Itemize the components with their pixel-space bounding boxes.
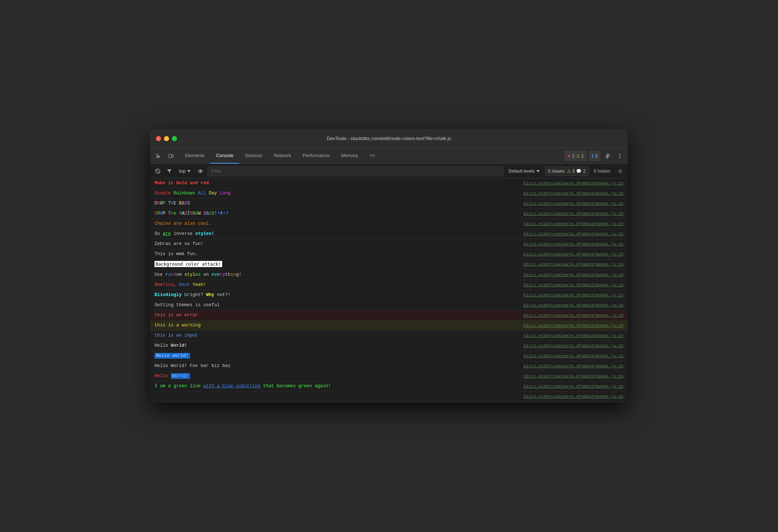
tab-elements[interactable]: Elements — [179, 148, 210, 164]
maximize-button[interactable] — [172, 136, 177, 141]
tab-sources[interactable]: Sources — [239, 148, 268, 164]
log-source[interactable]: blitz.e1937cc6e2ee7e…3f4063378a564.js:15 — [524, 293, 623, 297]
filter-input[interactable] — [207, 166, 503, 176]
log-source[interactable]: blitz.e1937cc6e2ee7e…3f4063378a564.js:15 — [524, 364, 623, 368]
issues-warning-icon: ⚠ — [567, 169, 571, 174]
top-context-dropdown[interactable]: top — [176, 167, 194, 175]
log-source[interactable]: blitz.e1937cc6e2ee7e…3f4063378a564.js:15 — [524, 333, 623, 338]
issues-msg-count: 2 — [583, 169, 585, 174]
log-row: DRØP The ЯADĪNBØW BΔSSʕ•ᴥ•ʔ blitz.e1937c… — [150, 209, 628, 219]
log-row: This is not fun. blitz.e1937cc6e2ee7e…3f… — [150, 249, 628, 259]
log-message: Hello world! — [155, 352, 518, 359]
log-source[interactable]: blitz.e1937cc6e2ee7e…3f4063378a564.js:15 — [524, 384, 623, 389]
tab-memory[interactable]: Memory — [335, 148, 364, 164]
log-row: Background color attack! blitz.e1937cc6e… — [150, 259, 628, 270]
log-message: I am a green line with a blue substring … — [155, 383, 518, 390]
log-row: Make it bold and red blitz.e1937cc6e2ee7… — [150, 178, 628, 189]
log-source[interactable]: blitz.e1937cc6e2ee7e…3f4063378a564.js:15 — [524, 343, 623, 348]
tab-console[interactable]: Console — [210, 148, 239, 164]
hidden-count[interactable]: 6 hidden — [591, 168, 613, 174]
settings-icon[interactable] — [602, 151, 613, 161]
log-source[interactable]: blitz.e1937cc6e2ee7e…3f4063378a564.js:15 — [524, 394, 623, 399]
info-badge-group[interactable]: ℹ 3 — [589, 151, 600, 161]
warning-icon: ⚠ — [576, 153, 580, 159]
log-message: DRØP THE BΔSS — [155, 200, 518, 207]
log-message: this is an error — [155, 312, 518, 319]
eye-icon-button[interactable] — [196, 166, 205, 176]
log-source[interactable]: blitz.e1937cc6e2ee7e…3f4063378a564.js:15 — [524, 273, 623, 277]
log-row: Hello World! Foo bar biz baz blitz.e1937… — [150, 361, 628, 371]
minimize-button[interactable] — [164, 136, 169, 141]
filter-toggle-button[interactable] — [165, 166, 174, 176]
log-message: America, Heck Yeah! — [155, 282, 518, 288]
log-row: DRØP THE BΔSS blitz.e1937cc6e2ee7e…3f406… — [150, 199, 628, 209]
log-message: Use random styles on everything! — [155, 271, 518, 278]
log-message: Hello World! Foo bar biz baz — [155, 363, 518, 370]
log-source[interactable]: blitz.e1937cc6e2ee7e…3f4063378a564.js:15 — [524, 211, 623, 216]
info-icon: ℹ — [592, 153, 593, 159]
tabbar-right: ✕ 1 ⚠ 1 ℹ 3 — [564, 148, 625, 164]
default-levels-dropdown[interactable]: Default levels — [506, 167, 543, 175]
tab-network[interactable]: Network — [268, 148, 297, 164]
log-row: Use random styles on everything! blitz.e… — [150, 270, 628, 280]
svg-point-8 — [200, 170, 201, 172]
log-message: Background color attack! — [155, 261, 518, 268]
tab-performance[interactable]: Performance — [297, 148, 335, 164]
warning-count: 1 — [582, 153, 584, 159]
log-source[interactable]: blitz.e1937cc6e2ee7e…3f4063378a564.js:15 — [524, 354, 623, 358]
log-row: Double Rainbows All Day Long blitz.e1937… — [150, 189, 628, 199]
log-row: Setting themes is useful blitz.e1937cc6e… — [150, 300, 628, 311]
inspect-element-icon[interactable] — [153, 151, 164, 161]
close-button[interactable] — [156, 136, 161, 141]
log-source[interactable]: blitz.e1937cc6e2ee7e…3f4063378a564.js:15 — [524, 191, 623, 196]
log-row-input: this is an input blitz.e1937cc6e2ee7e…3f… — [150, 331, 628, 341]
svg-point-9 — [620, 170, 621, 172]
log-row: Hello world! blitz.e1937cc6e2ee7e…3f4063… — [150, 351, 628, 361]
log-message: Zebras are so fun! — [155, 241, 518, 248]
svg-point-3 — [620, 155, 621, 156]
log-source[interactable]: blitz.e1937cc6e2ee7e…3f4063378a564.js:15 — [524, 374, 623, 379]
log-message: Blindingly bright? Why not?! — [155, 292, 518, 299]
error-count: 1 — [572, 153, 575, 159]
svg-rect-1 — [172, 155, 173, 157]
info-count: 3 — [595, 153, 597, 159]
error-icon: ✕ — [567, 153, 571, 159]
more-options-icon[interactable] — [615, 151, 625, 161]
log-source[interactable]: blitz.e1937cc6e2ee7e…3f4063378a564.js:15 — [524, 313, 623, 318]
log-source[interactable]: blitz.e1937cc6e2ee7e…3f4063378a564.js:15 — [524, 283, 623, 287]
log-message: Hello World! — [155, 342, 518, 349]
log-source[interactable]: blitz.e1937cc6e2ee7e…3f4063378a564.js:15 — [524, 221, 623, 226]
svg-point-4 — [620, 157, 621, 158]
log-source[interactable]: blitz.e1937cc6e2ee7e…3f4063378a564.js:15 — [524, 252, 623, 257]
log-source[interactable]: blitz.e1937cc6e2ee7e…3f4063378a564.js:15 — [524, 303, 623, 308]
log-row: Hello World! blitz.e1937cc6e2ee7e…3f4063… — [150, 371, 628, 381]
tab-more[interactable]: >> — [364, 148, 381, 164]
log-message: Setting themes is useful — [155, 302, 518, 309]
log-source[interactable]: blitz.e1937cc6e2ee7e…3f4063378a564.js:15 — [524, 232, 623, 236]
top-label: top — [179, 168, 186, 174]
clear-console-button[interactable] — [153, 166, 162, 176]
log-message: Make it bold and red — [155, 180, 518, 187]
log-row-warning: this is a warning blitz.e1937cc6e2ee7e…3… — [150, 321, 628, 331]
log-row: blitz.e1937cc6e2ee7e…3f4063378a564.js:15 — [150, 392, 628, 402]
tabbar: Elements Console Sources Network Perform… — [150, 148, 628, 164]
log-source[interactable]: blitz.e1937cc6e2ee7e…3f4063378a564.js:15 — [524, 242, 623, 246]
log-row: Zebras are so fun! blitz.e1937cc6e2ee7e…… — [150, 239, 628, 249]
default-levels-label: Default levels — [509, 169, 535, 174]
log-message: So are inverse styles! — [155, 231, 518, 237]
devtools-window: DevTools - stackblitz.com/edit/node-colo… — [150, 129, 628, 403]
console-settings-icon[interactable] — [616, 166, 625, 176]
log-source[interactable]: blitz.e1937cc6e2ee7e…3f4063378a564.js:15 — [524, 201, 623, 206]
log-message: Hello World! — [155, 373, 518, 380]
issues-badge[interactable]: 5 Issues: ⚠ 3 💬 2 — [545, 166, 589, 176]
log-source[interactable]: blitz.e1937cc6e2ee7e…3f4063378a564.js:15 — [524, 323, 623, 328]
log-message: This is not fun. — [155, 251, 518, 258]
device-toolbar-icon[interactable] — [165, 151, 176, 161]
log-message: DRØP The ЯADĪNBØW BΔSSʕ•ᴥ•ʔ — [155, 210, 518, 217]
log-source[interactable]: blitz.e1937cc6e2ee7e…3f4063378a564.js:15 — [524, 262, 623, 267]
log-row: Hello World! blitz.e1937cc6e2ee7e…3f4063… — [150, 341, 628, 351]
log-message: this is a warning — [155, 322, 518, 329]
log-source[interactable]: blitz.e1937cc6e2ee7e…3f4063378a564.js:15 — [524, 181, 623, 186]
error-badge-group[interactable]: ✕ 1 ⚠ 1 — [564, 151, 587, 161]
svg-rect-0 — [169, 154, 172, 158]
